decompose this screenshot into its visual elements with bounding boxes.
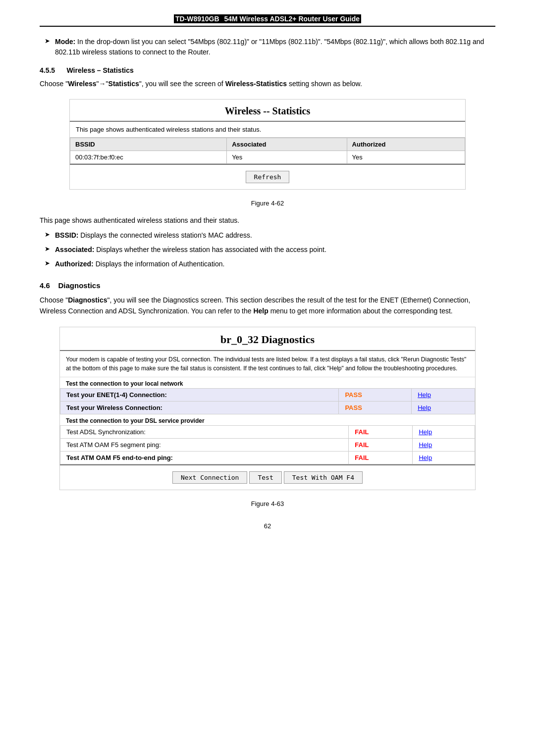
table-row: 00:03:7f:be:f0:ec Yes Yes [70,151,465,164]
wireless-panel-footer: Refresh [70,165,465,189]
associated-value: Yes [227,151,347,164]
wireless-statistics-panel: Wireless -- Statistics This page shows a… [69,99,466,190]
authorized-bullet-text: Authorized: Displays the information of … [55,259,224,269]
table-header-row: BSSID Associated Authorized [70,138,465,151]
mode-bullet: ➤ Mode: In the drop-down list you can se… [40,37,495,57]
mode-text: Mode: In the drop-down list you can sele… [55,37,495,57]
atm-oam-f5-seg-row: Test ATM OAM F5 segment ping: FAIL Help [60,438,475,451]
wireless-test-status: PASS [339,401,412,414]
adsl-sync-row: Test ADSL Synchronization: FAIL Help [60,425,475,438]
atm-oam-f5-end-row: Test ATM OAM F5 end-to-end ping: FAIL He… [60,451,475,464]
bullet-arrow-2: ➤ [45,245,50,252]
bssid-desc: Displays the connected wireless station'… [80,231,252,239]
atm-oam-f5-seg-name: Test ATM OAM F5 segment ping: [60,438,349,451]
test-with-oam-f4-button[interactable]: Test With OAM F4 [284,471,363,484]
wireless-panel-title: Wireless -- Statistics [70,100,465,121]
col-authorized: Authorized [347,138,465,151]
associated-bullet: ➤ Associated: Displays whether the wirel… [40,245,495,255]
adsl-sync-help[interactable]: Help [413,425,475,438]
refresh-button[interactable]: Refresh [246,171,290,183]
section-46-title: Diagnostics [58,281,101,290]
wireless-test-help[interactable]: Help [412,401,475,414]
bssid-bullet: ➤ BSSID: Displays the connected wireless… [40,230,495,241]
mode-label: Mode: [55,38,75,46]
section-455-heading: 4.5.5 Wireless – Statistics [40,66,495,74]
enet-test-row: Test your ENET(1-4) Connection: PASS Hel… [60,388,475,401]
bullet-arrow-1: ➤ [45,231,50,238]
associated-label: Associated: [55,246,94,253]
bullet-arrow-3: ➤ [45,259,50,267]
diag-panel-title: br_0_32 Diagnostics [60,327,475,350]
wireless-test-row: Test your Wireless Connection: PASS Help [60,401,475,414]
local-network-label: Test the connection to your local networ… [60,377,475,388]
local-tests-table: Test your ENET(1-4) Connection: PASS Hel… [60,388,475,414]
diagnostics-panel: br_0_32 Diagnostics Your modem is capabl… [59,327,476,490]
header-subtitle: 54M Wireless ADSL2+ Router User Guide [221,14,362,23]
atm-oam-f5-end-help[interactable]: Help [413,451,475,464]
associated-bullet-text: Associated: Displays whether the wireles… [55,245,326,255]
next-connection-button[interactable]: Next Connection [172,471,247,484]
bssid-label: BSSID: [55,231,78,239]
mode-desc: In the drop-down list you can select "54… [55,38,484,56]
bssid-bullet-text: BSSID: Displays the connected wireless s… [55,230,252,241]
adsl-sync-status: FAIL [349,425,413,438]
authorized-label: Authorized: [55,260,94,268]
atm-oam-f5-end-status: FAIL [349,451,413,464]
bssid-value: 00:03:7f:be:f0:ec [70,151,227,164]
wireless-panel-desc: This page shows authenticated wireless s… [70,122,465,138]
wireless-stats-table: BSSID Associated Authorized 00:03:7f:be:… [70,138,465,164]
figure-62-caption: Figure 4-62 [40,200,495,207]
test-button[interactable]: Test [249,471,281,484]
wireless-test-name: Test your Wireless Connection: [60,401,339,414]
section-455-intro: Choose "Wireless"→"Statistics", you will… [40,78,495,89]
section-455-title: Wireless – Statistics [66,66,133,74]
enet-test-help[interactable]: Help [412,388,475,401]
atm-oam-f5-end-name: Test ATM OAM F5 end-to-end ping: [60,451,349,464]
authorized-bullet: ➤ Authorized: Displays the information o… [40,259,495,269]
dsl-provider-label: Test the connection to your DSL service … [60,414,475,425]
associated-desc: Displays whether the wireless station ha… [96,246,326,253]
section-455-number: 4.5.5 [40,66,55,74]
diag-panel-inner: Your modem is capable of testing your DS… [60,350,475,465]
page-number: 62 [40,522,495,530]
page-desc: This page shows authenticated wireless s… [40,215,495,226]
dsl-tests-table: Test ADSL Synchronization: FAIL Help Tes… [60,425,475,464]
bullet-arrow: ➤ [45,37,50,45]
atm-oam-f5-seg-status: FAIL [349,438,413,451]
adsl-sync-name: Test ADSL Synchronization: [60,425,349,438]
col-bssid: BSSID [70,138,227,151]
diag-panel-footer: Next Connection Test Test With OAM F4 [60,465,475,490]
wireless-panel-inner: This page shows authenticated wireless s… [70,121,465,165]
header-product: TD-W8910GB [174,14,221,23]
enet-test-status: PASS [339,388,412,401]
authorized-value: Yes [347,151,465,164]
section-46-number: 4.6 [40,281,50,290]
section-46-intro: Choose "Diagnostics", you will see the D… [40,295,495,317]
enet-test-name: Test your ENET(1-4) Connection: [60,388,339,401]
page-header: TD-W8910GB 54M Wireless ADSL2+ Router Us… [40,15,495,27]
col-associated: Associated [227,138,347,151]
figure-63-caption: Figure 4-63 [40,500,495,507]
diag-intro-text: Your modem is capable of testing your DS… [60,351,475,377]
authorized-desc: Displays the information of Authenticati… [96,260,225,268]
atm-oam-f5-seg-help[interactable]: Help [413,438,475,451]
section-46-heading: 4.6 Diagnostics [40,281,495,290]
